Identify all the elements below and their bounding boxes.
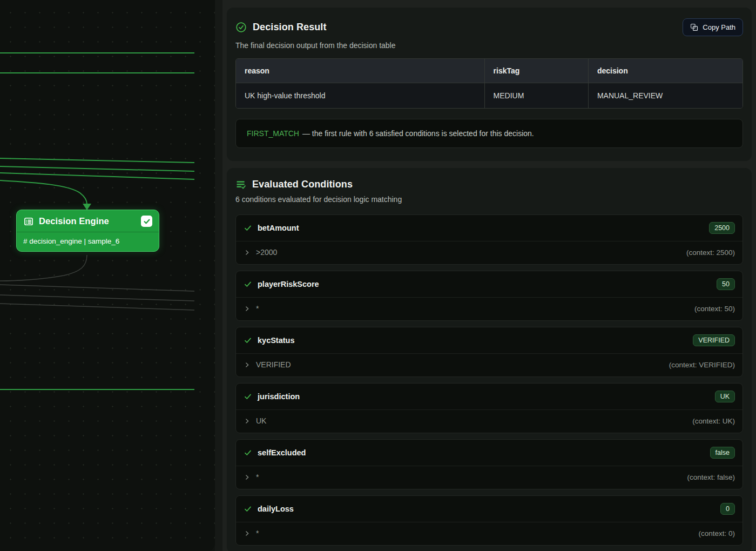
condition-card-playerriskscore: playerRiskScore 50 * (context: 50)	[235, 271, 743, 321]
condition-context: (context: false)	[687, 473, 735, 481]
evaluated-conditions-section: Evaluated Conditions 6 conditions evalua…	[227, 168, 752, 551]
condition-value-badge: UK	[715, 391, 735, 402]
list-check-icon	[235, 179, 246, 190]
decision-result-title: Decision Result	[253, 22, 327, 33]
condition-expand-row[interactable]: * (context: 50)	[236, 297, 742, 320]
condition-expand-row[interactable]: * (context: 0)	[236, 522, 742, 545]
condition-value-badge: VERIFIED	[693, 334, 735, 346]
chevron-right-icon	[244, 530, 251, 537]
table-row: UK high-value threshold MEDIUM MANUAL_RE…	[236, 83, 742, 108]
condition-name: jurisdiction	[258, 392, 710, 401]
condition-expand-row[interactable]: >2000 (context: 2500)	[236, 241, 742, 264]
condition-name: dailyLoss	[258, 505, 715, 513]
column-header-risktag: riskTag	[484, 59, 588, 83]
cell-reason: UK high-value threshold	[236, 83, 484, 108]
evaluated-conditions-subtitle: 6 conditions evaluated for decision logi…	[235, 195, 743, 204]
evaluated-conditions-title: Evaluated Conditions	[252, 179, 353, 190]
decision-engine-node[interactable]: Decision Engine # decision_engine | samp…	[16, 210, 159, 252]
chevron-right-icon	[244, 418, 251, 425]
chevron-right-icon	[244, 305, 251, 312]
condition-value-badge: false	[710, 447, 735, 459]
node-checkbox-checked-icon[interactable]	[141, 216, 152, 227]
check-icon	[244, 448, 252, 457]
condition-name: selfExcluded	[258, 448, 705, 457]
cell-risktag: MEDIUM	[484, 83, 588, 108]
condition-card-betamount: betAmount 2500 >2000 (context: 2500)	[235, 214, 743, 265]
condition-context: (context: 50)	[694, 305, 735, 313]
condition-rule: *	[256, 473, 259, 481]
pane-divider[interactable]	[215, 0, 222, 551]
column-header-decision: decision	[588, 59, 742, 83]
flow-edges	[0, 0, 215, 551]
condition-name: betAmount	[258, 224, 704, 232]
condition-name: kycStatus	[258, 336, 687, 345]
flow-canvas[interactable]: Decision Engine # decision_engine | samp…	[0, 0, 215, 551]
condition-context: (context: 2500)	[686, 248, 735, 257]
condition-rule: VERIFIED	[256, 360, 291, 369]
table-list-icon	[23, 216, 34, 227]
check-icon	[244, 224, 252, 232]
chevron-right-icon	[244, 474, 251, 481]
condition-card-dailyloss: dailyLoss 0 * (context: 0)	[235, 495, 743, 546]
app-window: Decision Engine # decision_engine | samp…	[0, 0, 756, 551]
match-policy-note: FIRST_MATCH— the first rule with 6 satis…	[235, 119, 743, 148]
condition-card-selfexcluded: selfExcluded false * (context: false)	[235, 439, 743, 489]
condition-list: betAmount 2500 >2000 (context: 2500) pla…	[235, 214, 743, 546]
cell-decision: MANUAL_REVIEW	[588, 83, 742, 108]
column-header-reason: reason	[236, 59, 484, 83]
condition-value-badge: 2500	[709, 222, 735, 234]
node-title: Decision Engine	[39, 216, 136, 226]
check-icon	[244, 392, 252, 401]
node-subtitle: # decision_engine | sample_6	[17, 232, 159, 251]
check-circle-icon	[235, 22, 247, 33]
copy-path-label: Copy Path	[703, 23, 735, 31]
condition-rule: UK	[256, 416, 266, 425]
condition-value-badge: 0	[720, 503, 735, 515]
condition-name: playerRiskScore	[258, 280, 711, 288]
condition-context: (context: VERIFIED)	[669, 361, 735, 369]
condition-expand-row[interactable]: * (context: false)	[236, 466, 742, 489]
chevron-right-icon	[244, 361, 251, 368]
check-icon	[244, 505, 252, 513]
condition-context: (context: UK)	[692, 417, 735, 425]
decision-result-section: Decision Result Copy Path The final deci…	[227, 8, 752, 161]
condition-card-jurisdiction: jurisdiction UK UK (context: UK)	[235, 383, 743, 433]
condition-rule: *	[256, 529, 259, 537]
copy-icon	[690, 23, 698, 31]
check-icon	[244, 336, 252, 345]
condition-expand-row[interactable]: UK (context: UK)	[236, 409, 742, 433]
condition-expand-row[interactable]: VERIFIED (context: VERIFIED)	[236, 353, 742, 377]
condition-value-badge: 50	[717, 278, 735, 290]
copy-path-button[interactable]: Copy Path	[683, 18, 743, 36]
decision-result-subtitle: The final decision output from the decis…	[235, 41, 743, 50]
chevron-right-icon	[244, 249, 251, 256]
match-policy-text: — the first rule with 6 satisfied condit…	[302, 129, 534, 138]
match-policy-keyword: FIRST_MATCH	[247, 129, 299, 138]
condition-card-kycstatus: kycStatus VERIFIED VERIFIED (context: VE…	[235, 327, 743, 377]
details-panel[interactable]: Decision Result Copy Path The final deci…	[222, 0, 756, 551]
condition-rule: *	[256, 304, 259, 313]
check-icon	[244, 280, 252, 288]
decision-result-table: reason riskTag decision UK high-value th…	[235, 58, 743, 109]
condition-rule: >2000	[256, 248, 277, 257]
condition-context: (context: 0)	[698, 529, 735, 537]
